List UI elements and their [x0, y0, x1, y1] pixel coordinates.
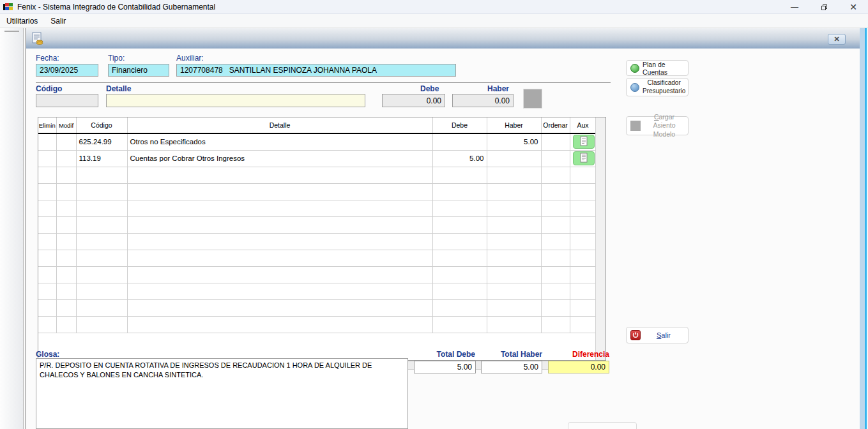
- aux-button[interactable]: [573, 151, 595, 165]
- cell-debe: [432, 283, 487, 299]
- entries-grid-header: EliminModifCódigoDetalleDebeHaberOrdenar…: [38, 117, 596, 133]
- cell-debe: [432, 250, 487, 266]
- separator-line: [36, 82, 611, 83]
- cell-modif: [56, 266, 76, 283]
- empty-row[interactable]: [38, 266, 596, 283]
- empty-row[interactable]: [38, 167, 596, 183]
- cell-aux: [570, 167, 596, 183]
- cell-debe: 5.00: [432, 150, 487, 167]
- menu-utilitarios[interactable]: Utilitarios: [0, 15, 44, 27]
- cell-debe: [432, 200, 487, 216]
- codigo-label: Código: [36, 84, 62, 93]
- codigo-input[interactable]: [36, 94, 98, 107]
- cell-detalle: [127, 167, 432, 183]
- cell-modif: [56, 167, 76, 183]
- aux-button[interactable]: [573, 135, 595, 149]
- plan-de-cuentas-button[interactable]: Plan de Cuentas: [626, 60, 689, 76]
- aux-document-icon: [579, 136, 588, 147]
- cell-ordenar: [541, 150, 570, 167]
- glosa-textarea[interactable]: P/R. DEPOSITO EN CUENTA ROTATIVA DE INGR…: [36, 358, 408, 429]
- salir-button[interactable]: Salir: [626, 327, 689, 343]
- cell-codigo: [76, 216, 127, 233]
- empty-row[interactable]: [38, 200, 596, 216]
- entry-row[interactable]: 625.24.99Otros no Especificados5.00: [38, 133, 596, 150]
- cargar-label-line2: Modelo: [653, 130, 675, 138]
- menu-salir[interactable]: Salir: [44, 15, 72, 27]
- cell-aux: [570, 216, 596, 233]
- minimize-button[interactable]: —: [780, 0, 809, 14]
- aprobar-asiento-button[interactable]: ✓ Aprobar Asiento: [568, 422, 637, 429]
- auxiliar-field[interactable]: 1207708478 SANTILLAN ESPINOZA JOHANNA PA…: [176, 64, 456, 77]
- empty-row[interactable]: [38, 250, 596, 266]
- cell-ordenar: [541, 167, 570, 183]
- cell-haber: [487, 250, 541, 266]
- cell-aux: [570, 299, 596, 316]
- entry-action-button[interactable]: [523, 89, 542, 109]
- cell-modif: [56, 183, 76, 200]
- asiento-form: ✕ Fecha: 23/09/2025 Tipo: Financiero Aux…: [26, 28, 860, 429]
- cell-detalle: [127, 266, 432, 283]
- cargar-asiento-modelo-button[interactable]: Cargar Asiento Modelo: [626, 116, 689, 135]
- cell-detalle: [127, 283, 432, 299]
- plan-de-cuentas-label: Plan de Cuentas: [643, 61, 684, 76]
- cell-detalle: Otros no Especificados: [127, 133, 432, 150]
- cell-ordenar: [541, 133, 570, 150]
- empty-row[interactable]: [38, 299, 596, 316]
- cell-debe: [432, 133, 487, 150]
- cell-ordenar: [541, 316, 570, 333]
- cell-ordenar: [541, 283, 570, 299]
- empty-row[interactable]: [38, 283, 596, 299]
- cell-codigo: [76, 167, 127, 183]
- cell-modif: [56, 216, 76, 233]
- cell-aux: [570, 283, 596, 299]
- diferencia-label: Diferencia: [548, 350, 609, 359]
- cell-modif: [56, 150, 76, 167]
- fecha-label: Fecha:: [36, 54, 59, 63]
- entry-row[interactable]: 113.19Cuentas por Cobrar Otros Ingresos5…: [38, 150, 596, 167]
- cell-aux: [570, 266, 596, 283]
- clasificador-presupuestario-button[interactable]: Clasificador Presupuestario: [626, 78, 689, 96]
- cell-haber: [487, 299, 541, 316]
- left-collapsed-panel[interactable]: [0, 28, 24, 429]
- cell-haber: [487, 167, 541, 183]
- haber-input[interactable]: 0.00: [452, 94, 514, 107]
- cargar-label-line1: Cargar Asiento: [653, 113, 675, 129]
- total-debe-label: Total Debe: [414, 350, 475, 359]
- child-close-button[interactable]: ✕: [828, 34, 846, 45]
- debe-input[interactable]: 0.00: [382, 94, 445, 107]
- window-title: Fenix - Sistema Integrado de Contabilida…: [17, 3, 215, 11]
- cell-codigo: [76, 183, 127, 200]
- tipo-field[interactable]: Financiero: [108, 64, 169, 77]
- cell-detalle: [127, 216, 432, 233]
- detalle-input[interactable]: [106, 94, 365, 107]
- header-row: EliminModifCódigoDetalleDebeHaberOrdenar…: [38, 117, 596, 133]
- cell-elimin: [38, 150, 56, 167]
- empty-row[interactable]: [38, 216, 596, 233]
- cell-codigo: 625.24.99: [76, 133, 127, 150]
- cell-elimin: [38, 167, 56, 183]
- total-haber-field: 5.00: [481, 361, 542, 373]
- cell-debe: [432, 167, 487, 183]
- cell-codigo: [76, 250, 127, 266]
- close-button[interactable]: ✕: [839, 0, 868, 14]
- ledger-document-icon: [31, 32, 44, 45]
- clasificador-label-line2: Presupuestario: [643, 87, 685, 94]
- empty-row[interactable]: [38, 316, 596, 333]
- cell-aux: [570, 133, 596, 150]
- empty-row[interactable]: [38, 233, 596, 250]
- power-icon: [630, 330, 641, 340]
- glosa-label: Glosa:: [36, 350, 59, 359]
- app-logo-icon: [3, 3, 13, 11]
- cell-haber: [487, 216, 541, 233]
- empty-row[interactable]: [38, 183, 596, 200]
- column-header-ordenar: Ordenar: [541, 117, 570, 133]
- grid-vertical-scrollbar[interactable]: [595, 117, 605, 360]
- restore-button[interactable]: [809, 0, 839, 14]
- cell-aux: [570, 150, 596, 167]
- cell-haber: [487, 200, 541, 216]
- cell-codigo: [76, 233, 127, 250]
- cell-elimin: [38, 250, 56, 266]
- fecha-field[interactable]: 23/09/2025: [36, 64, 98, 77]
- debe-label: Debe: [420, 84, 439, 93]
- cell-aux: [570, 183, 596, 200]
